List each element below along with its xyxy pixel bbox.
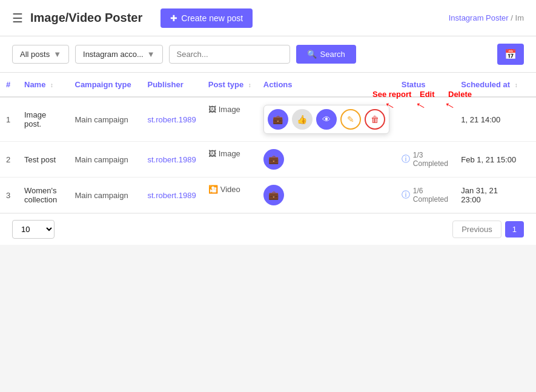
- image-icon: 🖼: [208, 105, 216, 114]
- footer: 10 Previous 1: [0, 213, 536, 245]
- breadcrumb-link[interactable]: Instagram Poster: [449, 13, 509, 22]
- col-campaign: Campaign type: [69, 73, 142, 97]
- col-actions: Actions: [257, 73, 395, 97]
- row1-campaign: Main campaign: [69, 97, 142, 142]
- col-posttype: Post type ↕: [202, 73, 257, 97]
- row3-campaign: Main campaign: [69, 178, 142, 213]
- row1-scheduled: 1, 21 14:00: [455, 97, 524, 142]
- row2-actions: 💼: [257, 142, 395, 178]
- row3-status: ⓘ 1/6 Completed: [395, 178, 455, 213]
- row2-briefcase-button[interactable]: 💼: [263, 149, 284, 170]
- row2-name: Test post: [18, 142, 69, 178]
- row1-edit-button[interactable]: ✎: [340, 109, 361, 130]
- plus-icon: ✚: [170, 13, 177, 23]
- row3-num: 3: [0, 178, 18, 213]
- table-row: 3 Women's collection Main campaign st.ro…: [0, 178, 536, 213]
- header: ☰ Image/Video Poster ✚ Create new post I…: [0, 0, 536, 36]
- previous-button[interactable]: Previous: [452, 221, 501, 238]
- col-num: #: [0, 73, 18, 97]
- per-page-select[interactable]: 10: [12, 220, 55, 239]
- search-icon: 🔍: [307, 50, 317, 59]
- page-1-button[interactable]: 1: [505, 221, 524, 238]
- row2-posttype: 🖼 Image: [202, 142, 257, 165]
- app-title: Image/Video Poster: [30, 11, 142, 25]
- row2-extra: [524, 142, 536, 178]
- row1-delete-button[interactable]: 🗑: [365, 109, 385, 130]
- row1-num: 1: [0, 97, 18, 142]
- row1-briefcase-button[interactable]: 💼: [268, 109, 288, 130]
- chevron-down-icon: ▼: [147, 50, 155, 59]
- row1-view-button[interactable]: 👁: [316, 109, 337, 130]
- toolbar: All posts ▼ Instagram acco... ▼ 🔍 Search…: [0, 36, 536, 73]
- row3-publisher: st.robert.1989: [142, 178, 202, 213]
- table-row: 1 Image post. Main campaign st.robert.19…: [0, 97, 536, 142]
- col-name: Name ↕: [18, 73, 69, 97]
- info-icon: ⓘ: [402, 190, 410, 201]
- posts-table: # Name ↕ Campaign type Publisher Post ty…: [0, 73, 536, 213]
- row3-actions: 💼: [257, 178, 395, 213]
- row1-posttype: 🖼 Image: [202, 98, 257, 121]
- row3-briefcase-button[interactable]: 💼: [263, 185, 284, 205]
- all-posts-filter[interactable]: All posts ▼: [12, 45, 69, 64]
- row2-status: ⓘ 1/3 Completed: [395, 142, 455, 178]
- row3-name: Women's collection: [18, 178, 69, 213]
- row2-campaign: Main campaign: [69, 142, 142, 178]
- row2-publisher-link[interactable]: st.robert.1989: [148, 155, 196, 164]
- row1-status: [395, 97, 455, 142]
- breadcrumb-current: Im: [515, 13, 524, 22]
- col-extra: [524, 73, 536, 97]
- breadcrumb: Instagram Poster / Im: [449, 13, 524, 22]
- row2-publisher: st.robert.1989: [142, 142, 202, 178]
- row1-publisher-link[interactable]: st.robert.1989: [148, 115, 196, 124]
- search-input[interactable]: [169, 45, 290, 64]
- row3-scheduled: Jan 31, 21 23:00: [455, 178, 524, 213]
- col-publisher: Publisher: [142, 73, 202, 97]
- calendar-icon: 📅: [505, 49, 517, 59]
- account-filter[interactable]: Instagram acco... ▼: [75, 45, 163, 64]
- row1-actions-popup: 💼 👍 👁 ✎ 🗑: [263, 105, 389, 134]
- col-scheduled: Scheduled at ↕: [455, 73, 524, 97]
- pagination: Previous 1: [452, 221, 524, 238]
- row1-actions: 💼 👍 👁 ✎ 🗑: [257, 97, 395, 142]
- image-icon: 🖼: [208, 149, 216, 158]
- info-icon: ⓘ: [402, 154, 410, 165]
- chevron-down-icon: ▼: [53, 50, 61, 59]
- row3-extra: [524, 178, 536, 213]
- row1-name: Image post.: [18, 97, 69, 142]
- calendar-button[interactable]: 📅: [497, 44, 524, 65]
- row2-num: 2: [0, 142, 18, 178]
- breadcrumb-separator: /: [511, 13, 515, 22]
- row1-extra: [524, 97, 536, 142]
- video-icon: 🎦: [208, 185, 218, 194]
- hamburger-icon[interactable]: ☰: [12, 11, 23, 25]
- col-status: Status: [395, 73, 455, 97]
- create-post-button[interactable]: ✚ Create new post: [160, 8, 253, 28]
- row1-publisher: st.robert.1989: [142, 97, 202, 142]
- search-button[interactable]: 🔍 Search: [296, 45, 356, 64]
- row1-thumbsup-button[interactable]: 👍: [292, 109, 313, 130]
- row3-posttype: 🎦 Video: [202, 178, 257, 201]
- row2-scheduled: Feb 1, 21 15:00: [455, 142, 524, 178]
- table-row: 2 Test post Main campaign st.robert.1989…: [0, 142, 536, 178]
- row3-publisher-link[interactable]: st.robert.1989: [148, 191, 196, 200]
